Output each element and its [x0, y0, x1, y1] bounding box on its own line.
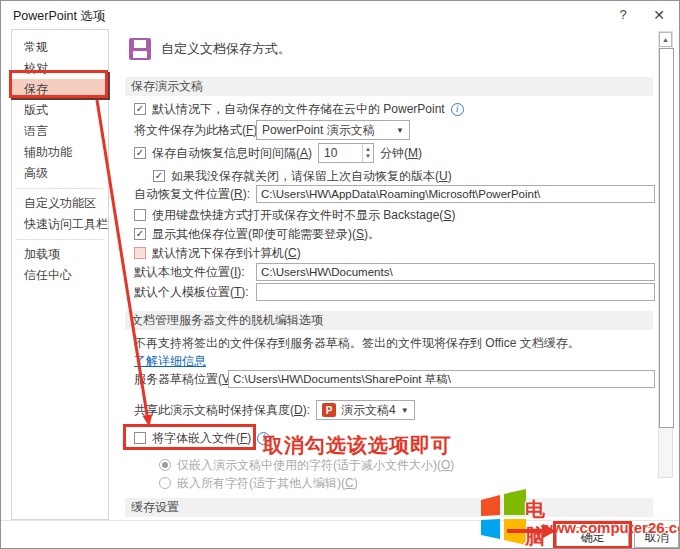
row-autorecover-location: 自动恢复文件位置(R): C:\Users\HW\AppData\Roaming…: [134, 185, 655, 203]
page-header: 自定义文档保存方式。: [129, 38, 291, 60]
checkbox-row-autorecover-interval[interactable]: ✓ 保存自动恢复信息时间间隔(A) 10 ▲ ▼ 分钟(M): [134, 144, 422, 162]
titlebar: PowerPoint 选项 ? ✕: [1, 1, 679, 29]
row-fidelity: 共享此演示文稿时保持保真度(D): P 演示文稿4 ▼: [134, 401, 415, 419]
sidebar-item-addins[interactable]: 加载项: [12, 244, 108, 265]
close-icon[interactable]: ✕: [647, 5, 671, 25]
field-label: 自动恢复文件位置(R):: [134, 186, 250, 203]
learn-more-link[interactable]: 了解详细信息: [134, 353, 206, 370]
sidebar-item-quick-access-toolbar[interactable]: 快速访问工具栏: [12, 214, 108, 235]
scroll-up-icon[interactable]: ▲: [659, 32, 672, 47]
autorecover-path-input[interactable]: C:\Users\HW\AppData\Roaming\Microsoft\Po…: [256, 185, 655, 203]
checkbox-row-no-backstage[interactable]: 使用键盘快捷方式打开或保存文件时不显示 Backstage(S): [134, 206, 455, 224]
sidebar-item-general[interactable]: 常规: [12, 37, 108, 58]
dialog-title: PowerPoint 选项: [13, 8, 105, 25]
checkbox-label: 如果我没保存就关闭，请保留上次自动恢复的版本(U): [171, 168, 452, 185]
checkbox-checked-icon[interactable]: ✓: [134, 147, 146, 159]
checkbox-unchecked-icon[interactable]: [134, 209, 146, 221]
spinner-down-icon[interactable]: ▼: [365, 153, 371, 160]
template-path-input[interactable]: [256, 283, 655, 301]
checkbox-checked-icon[interactable]: ✓: [134, 103, 146, 115]
dropdown-value: PowerPoint 演示文稿: [262, 122, 375, 139]
sidebar: 常规 校对 保存 版式 语言 辅助功能 高级 自定义功能区 快速访问工具栏 加载…: [11, 29, 109, 520]
checkbox-label: 使用键盘快捷方式打开或保存文件时不显示 Backstage(S): [152, 207, 455, 224]
powerpoint-options-dialog: PowerPoint 选项 ? ✕ 常规 校对 保存 版式 语言 辅助功能 高级…: [0, 0, 680, 549]
row-default-local-location: 默认本地文件位置(I): C:\Users\HW\Documents\: [134, 263, 655, 281]
local-path-input[interactable]: C:\Users\HW\Documents\: [256, 263, 655, 281]
spinner-value: 10: [324, 146, 362, 160]
spinner-buttons[interactable]: ▲ ▼: [362, 144, 373, 162]
server-drafts-input[interactable]: C:\Users\HW\Documents\SharePoint 草稿\: [228, 370, 655, 388]
scrollbar[interactable]: ▲: [658, 31, 673, 478]
chevron-down-icon: ▼: [401, 406, 409, 415]
radio-unselected-icon: [159, 477, 171, 489]
sidebar-item-accessibility[interactable]: 辅助功能: [12, 142, 108, 163]
annotation-box-ok-button: [553, 521, 632, 549]
checkbox-label: 显示其他保存位置(即使可能需要登录)(S)。: [152, 226, 380, 243]
learn-more-row: 了解详细信息: [134, 352, 206, 370]
checkbox-row-autosave-cloud[interactable]: ✓ 默认情况下，自动保存的文件存储在云中的 PowerPoint i: [134, 100, 464, 118]
field-label: 将文件保存为此格式(F):: [134, 122, 250, 139]
windows-logo-icon: [479, 488, 527, 546]
dropdown-value: 演示文稿4: [341, 402, 396, 419]
help-icon[interactable]: ?: [611, 5, 635, 25]
row-personal-template-location: 默认个人模板位置(T):: [134, 283, 655, 301]
radio-label: 仅嵌入演示文稿中使用的字符(适于减小文件大小)(O): [177, 457, 454, 474]
annotation-tip-text: 取消勾选该选项即可: [263, 432, 452, 459]
field-label: 服务器草稿位置(V):: [134, 371, 222, 388]
checkbox-unchecked-icon[interactable]: [134, 247, 146, 259]
offline-note: 不再支持将签出的文件保存到服务器草稿。签出的文件现将保存到 Office 文档缓…: [134, 334, 580, 352]
save-floppy-icon: [129, 38, 151, 60]
minutes-label: 分钟(M): [380, 145, 422, 162]
checkbox-row-show-other-locations[interactable]: ✓ 显示其他保存位置(即使可能需要登录)(S)。: [134, 225, 380, 243]
sidebar-item-trust-center[interactable]: 信任中心: [12, 265, 108, 286]
spinner-up-icon[interactable]: ▲: [365, 146, 371, 153]
annotation-box-save-menu: [9, 70, 108, 98]
checkbox-label: 保存自动恢复信息时间间隔(A): [152, 145, 312, 162]
section-header-offline-editing: 文档管理服务器文件的脱机编辑选项: [125, 311, 653, 330]
radio-selected-icon: [159, 459, 171, 471]
radio-row-embed-all-chars: 嵌入所有字符(适于其他人编辑)(C): [159, 474, 358, 492]
section-header-cache-settings: 缓存设置: [125, 498, 653, 517]
sidebar-item-language[interactable]: 语言: [12, 121, 108, 142]
checkbox-row-keep-last-autorecover[interactable]: ✓ 如果我没保存就关闭，请保留上次自动恢复的版本(U): [153, 167, 452, 185]
chevron-down-icon: ▼: [396, 126, 404, 135]
sidebar-item-advanced[interactable]: 高级: [12, 163, 108, 184]
info-icon[interactable]: i: [451, 103, 464, 116]
autorecover-interval-spinner[interactable]: 10 ▲ ▼: [318, 143, 374, 163]
annotation-box-embed-fonts: [123, 424, 256, 450]
radio-label: 嵌入所有字符(适于其他人编辑)(C): [177, 475, 358, 492]
field-label: 默认个人模板位置(T):: [134, 284, 250, 301]
powerpoint-file-icon: P: [322, 403, 336, 417]
row-server-drafts-location: 服务器草稿位置(V): C:\Users\HW\Documents\ShareP…: [134, 370, 655, 388]
sidebar-divider: [16, 239, 104, 240]
scrollbar-thumb[interactable]: [659, 48, 674, 428]
format-dropdown[interactable]: PowerPoint 演示文稿 ▼: [256, 120, 410, 140]
checkbox-row-save-to-computer[interactable]: 默认情况下保存到计算机(C): [134, 244, 301, 262]
fidelity-dropdown[interactable]: P 演示文稿4 ▼: [316, 400, 415, 420]
sidebar-item-customize-ribbon[interactable]: 自定义功能区: [12, 193, 108, 214]
sidebar-divider: [16, 188, 104, 189]
checkbox-label: 默认情况下保存到计算机(C): [152, 245, 301, 262]
section-header-save-presentations: 保存演示文稿: [125, 77, 653, 96]
sidebar-item-layout[interactable]: 版式: [12, 100, 108, 121]
checkbox-label: 默认情况下，自动保存的文件存储在云中的 PowerPoint: [152, 101, 445, 118]
checkbox-checked-icon[interactable]: ✓: [153, 170, 165, 182]
row-default-save-format: 将文件保存为此格式(F): PowerPoint 演示文稿 ▼: [134, 121, 410, 139]
checkbox-checked-icon[interactable]: ✓: [134, 228, 146, 240]
field-label: 共享此演示文稿时保持保真度(D):: [134, 402, 310, 419]
page-header-text: 自定义文档保存方式。: [161, 40, 291, 58]
field-label: 默认本地文件位置(I):: [134, 264, 250, 281]
